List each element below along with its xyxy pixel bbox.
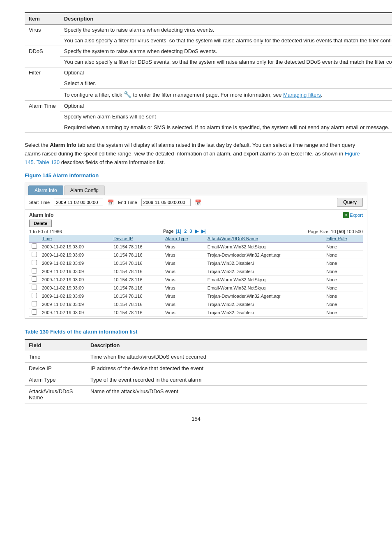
table-row: 2009-11-02 19:03:0910.154.78.116VirusEma… [29,243,363,251]
row-time: 2009-11-02 19:03:09 [39,300,111,308]
alarm-data-table: Time Device IP Alarm Type Attack/Virus/D… [29,235,363,317]
row-time: 2009-11-02 19:03:09 [39,259,111,267]
row-checkbox[interactable] [32,260,37,265]
row-device_ip: 10.154.78.116 [111,259,163,267]
field-description: Type of the event recorded in the curren… [86,374,367,386]
row-name: Trojan.Win32.Disabler.i [205,267,324,276]
tab-alarm-config[interactable]: Alarm Config [64,185,105,195]
row-name: Trojan.Win32.Disabler.i [205,300,324,308]
col-time: Time [39,235,111,243]
row-checkbox[interactable] [32,309,37,315]
col-attack-name: Attack/Virus/DDoS Name [205,235,324,243]
alarm-info-bold: Alarm Info [50,142,76,148]
field-name: Attack/Virus/DDoS Name [25,386,86,403]
col-filter-rule: Filter Rule [324,235,363,243]
table-row: 2009-11-02 19:03:0910.154.78.116VirusTro… [29,259,363,267]
description-cell: To configure a filter, click 🔧 to enter … [60,89,392,101]
field-name: Time [25,351,86,363]
t130-col2-header: Description [86,339,367,351]
row-alarm_type: Virus [163,259,205,267]
t130-col1-header: Field [25,339,86,351]
row-time: 2009-11-02 19:03:09 [39,243,111,251]
field-description: Time when the attack/virus/DDoS event oc… [86,351,367,363]
managing-filters-link[interactable]: Managing filters [283,92,321,98]
alarm-table-header-row: Time Device IP Alarm Type Attack/Virus/D… [29,235,363,243]
row-checkbox[interactable] [32,293,37,298]
row-name: Trojan-Downloader.Win32.Agent.aqr [205,292,324,300]
row-device_ip: 10.154.78.116 [111,300,163,308]
field-name: Device IP [25,363,86,374]
field-name: Alarm Type [25,374,86,386]
description-cell: Specify the system to raise alarms when … [60,25,392,35]
row-name: Trojan.Win32.Disabler.i [205,259,324,267]
row-device_ip: 10.154.78.116 [111,284,163,292]
row-checkbox[interactable] [32,268,37,273]
end-calendar-icon[interactable]: 📅 [195,199,201,206]
description-cell: Required when alarming by emails or SMS … [60,122,392,133]
page-next-link[interactable]: ▶ [195,229,198,234]
row-device_ip: 10.154.78.116 [111,276,163,284]
page-1-link[interactable]: [1] [176,229,181,234]
table-row: 2009-11-02 19:03:0910.154.78.116VirusEma… [29,284,363,292]
row-checkbox[interactable] [32,276,37,282]
row-filter_rule: None [324,259,363,267]
end-time-label: End Time [118,200,137,205]
row-checkbox[interactable] [32,285,37,290]
start-time-label: Start Time [29,200,50,205]
description-cell: Select a filter. [60,78,392,89]
page-links: Page [1] 2 3 ▶ ▶| [163,229,207,234]
table-130-link[interactable]: Table 130 [37,159,60,165]
row-checkbox[interactable] [32,301,37,306]
tab-alarm-info[interactable]: Alarm Info [28,185,63,195]
col-device-ip: Device IP [111,235,163,243]
page-3-link[interactable]: 3 [189,229,192,234]
row-name: Trojan.Win32.Disabler.i [205,308,324,317]
current-page-size: [50] [337,229,346,234]
table-row: 2009-11-02 19:03:0910.154.78.116VirusEma… [29,276,363,284]
end-time-input[interactable] [141,199,191,206]
item-cell: Alarm Time [25,101,60,133]
delete-button[interactable]: Delete [29,220,52,227]
alarm-info-header: Alarm Info X Export [29,212,363,218]
filter-config-icon[interactable]: 🔧 [124,91,131,98]
description-cell: Optional [60,67,392,78]
body-paragraph: Select the Alarm Info tab and the system… [25,141,367,167]
row-time: 2009-11-02 19:03:09 [39,251,111,259]
col-checkbox [29,235,39,243]
start-time-input[interactable] [54,199,103,206]
start-calendar-icon[interactable]: 📅 [107,199,114,206]
row-name: Email-Worm.Win32.NetSky.q [205,243,324,251]
page-2-link[interactable]: 2 [184,229,187,234]
field-description: IP address of the device that detected t… [86,363,367,374]
record-range: 1 to 50 of 11966 [29,229,62,234]
row-filter_rule: None [324,267,363,276]
row-filter_rule: None [324,292,363,300]
export-icon: X [343,212,349,218]
description-cell: You can also specify a filter for DDoS e… [60,57,392,67]
page-size-info: Page Size: 10 [50] 100 500 [308,229,363,234]
row-device_ip: 10.154.78.116 [111,251,163,259]
row-time: 2009-11-02 19:03:09 [39,308,111,317]
row-device_ip: 10.154.78.116 [111,308,163,317]
alarm-info-panel: Alarm Info X Export Delete 1 to 50 of 11… [25,210,367,318]
description-cell: Optional [60,101,392,111]
export-button[interactable]: X Export [343,212,363,218]
row-time: 2009-11-02 19:03:09 [39,267,111,276]
query-button[interactable]: Query [337,198,363,207]
figure-145-link[interactable]: Figure 145 [25,151,360,165]
row-checkbox[interactable] [32,243,37,249]
row-filter_rule: None [324,300,363,308]
row-alarm_type: Virus [163,243,205,251]
row-filter_rule: None [324,251,363,259]
query-toolbar: Start Time 📅 End Time 📅 Query [25,195,367,210]
page-last-link[interactable]: ▶| [201,229,206,234]
row-checkbox[interactable] [32,252,37,257]
row-name: Email-Worm.Win32.NetSky.q [205,284,324,292]
row-device_ip: 10.154.78.116 [111,292,163,300]
table-130: Field Description TimeTime when the atta… [25,339,367,403]
row-filter_rule: None [324,308,363,317]
table-130-caption: Table 130 Fields of the alarm informatio… [25,329,367,335]
table-row: 2009-11-02 19:03:0910.154.78.116VirusTro… [29,308,363,317]
alarm-ui-screenshot: Alarm Info Alarm Config Start Time 📅 End… [25,183,367,319]
row-time: 2009-11-02 19:03:09 [39,292,111,300]
